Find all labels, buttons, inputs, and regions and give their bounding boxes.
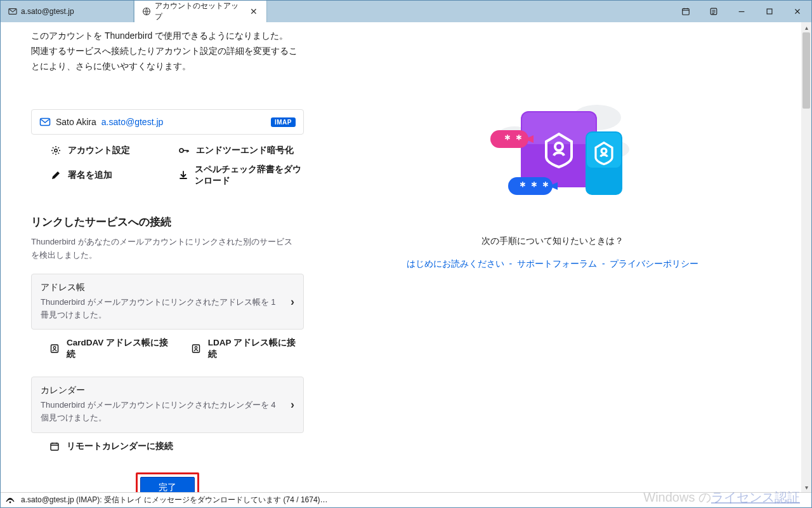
separator: - xyxy=(509,258,512,269)
remote-calendar-connect-link[interactable]: リモートカレンダーに接続 xyxy=(49,441,173,452)
link-label: アカウント設定 xyxy=(68,145,130,156)
svg-text:＊＊: ＊＊ xyxy=(502,133,525,145)
link-label: リモートカレンダーに接続 xyxy=(67,441,173,452)
calendar-panel[interactable]: カレンダー Thunderbird がメールアカウントにリンクされたカレンダーを… xyxy=(31,377,304,432)
panel-desc: Thunderbird がメールアカウントにリンクされたアドレス帳を 1 冊見つ… xyxy=(41,296,278,321)
getting-started-link[interactable]: はじめにお読みください xyxy=(407,258,504,269)
windows-activation-watermark: Windows のライセンス認証 xyxy=(643,489,800,506)
mail-account-icon xyxy=(39,116,51,128)
svg-rect-4 xyxy=(767,9,772,14)
linked-services-title: リンクしたサービスへの接続 xyxy=(31,215,304,229)
svg-point-28 xyxy=(10,501,11,503)
activity-icon xyxy=(4,496,16,505)
add-signature-link[interactable]: 署名を追加 xyxy=(50,164,173,187)
scroll-up-arrow[interactable]: ▴ xyxy=(801,22,811,32)
window-minimize-button[interactable] xyxy=(728,1,756,22)
pencil-icon xyxy=(50,170,62,181)
download-dictionary-link[interactable]: スペルチェック辞書をダウンロード xyxy=(178,164,301,187)
svg-point-6 xyxy=(55,149,57,152)
calendar-icon xyxy=(49,441,60,452)
window-maximize-button[interactable] xyxy=(756,1,783,22)
tab-bar: a.sato@gtest.jp アカウントのセットアップ ✕ xyxy=(1,1,811,22)
vertical-scrollbar[interactable]: ▴ ▾ xyxy=(801,22,811,492)
addressbook-icon xyxy=(190,343,202,354)
scroll-thumb[interactable] xyxy=(802,32,810,109)
status-bar: a.sato@gtest.jp (IMAP): 受信トレイ にメッセージをダウン… xyxy=(1,492,811,507)
calendar-toolbar-button[interactable] xyxy=(672,1,700,22)
addressbook-panel[interactable]: アドレス帳 Thunderbird がメールアカウントにリンクされたアドレス帳を… xyxy=(31,274,304,330)
account-email: a.sato@gtest.jp xyxy=(102,117,164,127)
account-summary-card: Sato Akira a.sato@gtest.jp IMAP xyxy=(31,109,304,135)
intro-text: このアカウントを Thunderbird で使用できるようになりました。 関連す… xyxy=(31,29,304,74)
key-icon xyxy=(178,145,190,156)
addressbook-icon xyxy=(49,343,60,354)
link-label: CardDAV アドレス帳に接続 xyxy=(67,337,176,360)
done-button-highlight: 完了 xyxy=(136,472,199,492)
svg-rect-2 xyxy=(683,9,690,15)
chevron-right-icon: › xyxy=(291,295,294,309)
support-forum-link[interactable]: サポートフォーラム xyxy=(517,258,597,269)
link-label: スペルチェック辞書をダウンロード xyxy=(195,164,301,187)
globe-icon xyxy=(142,7,151,16)
intro-line-2: 関連するサービスへ接続したりアカウント設定の詳細を変更することにより、さらに使い… xyxy=(31,44,304,74)
separator: - xyxy=(602,258,605,269)
link-label: LDAP アドレス帳に接続 xyxy=(208,337,304,360)
tab-label: a.sato@gtest.jp xyxy=(21,7,74,16)
next-steps-question: 次の手順について知りたいときは？ xyxy=(481,236,624,247)
link-label: エンドツーエンド暗号化 xyxy=(196,145,294,156)
panel-title: カレンダー xyxy=(41,385,278,396)
intro-line-1: このアカウントを Thunderbird で使用できるようになりました。 xyxy=(31,29,304,44)
svg-point-11 xyxy=(195,347,197,349)
download-icon xyxy=(178,170,188,181)
main-content: このアカウントを Thunderbird で使用できるようになりました。 関連す… xyxy=(1,22,801,492)
carddav-connect-link[interactable]: CardDAV アドレス帳に接続 xyxy=(49,337,176,360)
privacy-policy-link[interactable]: プライバシーポリシー xyxy=(610,258,698,269)
done-button[interactable]: 完了 xyxy=(140,477,195,492)
account-settings-link[interactable]: アカウント設定 xyxy=(50,145,173,156)
tab-account-setup[interactable]: アカウントのセットアップ ✕ xyxy=(134,1,267,22)
svg-text:＊＊＊: ＊＊＊ xyxy=(517,180,551,192)
tasks-toolbar-button[interactable] xyxy=(700,1,728,22)
setup-illustration: ＊＊ xyxy=(470,98,635,219)
tab-label: アカウントのセットアップ xyxy=(155,1,245,22)
mail-icon xyxy=(8,7,17,16)
status-text: a.sato@gtest.jp (IMAP): 受信トレイ にメッセージをダウン… xyxy=(21,495,328,505)
gear-icon xyxy=(50,145,62,156)
protocol-badge: IMAP xyxy=(271,117,296,127)
scroll-track[interactable] xyxy=(801,32,811,482)
ldap-connect-link[interactable]: LDAP アドレス帳に接続 xyxy=(190,337,304,360)
svg-rect-23 xyxy=(587,133,621,168)
link-label: 署名を追加 xyxy=(68,170,112,181)
svg-point-9 xyxy=(53,347,56,349)
help-links: はじめにお読みください - サポートフォーラム - プライバシーポリシー xyxy=(407,258,699,270)
chevron-right-icon: › xyxy=(291,398,294,411)
window-close-button[interactable] xyxy=(783,1,811,22)
tab-mail-account[interactable]: a.sato@gtest.jp xyxy=(1,1,134,22)
window-buttons xyxy=(672,1,811,22)
svg-rect-12 xyxy=(51,443,58,450)
linked-services-desc: Thunderbird があなたのメールアカウントにリンクされた別のサービスを検… xyxy=(31,236,298,262)
account-display-name: Sato Akira xyxy=(56,117,96,127)
panel-title: アドレス帳 xyxy=(41,282,278,293)
tab-close-button[interactable]: ✕ xyxy=(249,6,259,17)
svg-point-7 xyxy=(180,149,183,152)
e2e-encryption-link[interactable]: エンドツーエンド暗号化 xyxy=(178,145,301,156)
panel-desc: Thunderbird がメールアカウントにリンクされたカレンダーを 4 個見つ… xyxy=(41,399,278,424)
scroll-down-arrow[interactable]: ▾ xyxy=(801,482,811,492)
